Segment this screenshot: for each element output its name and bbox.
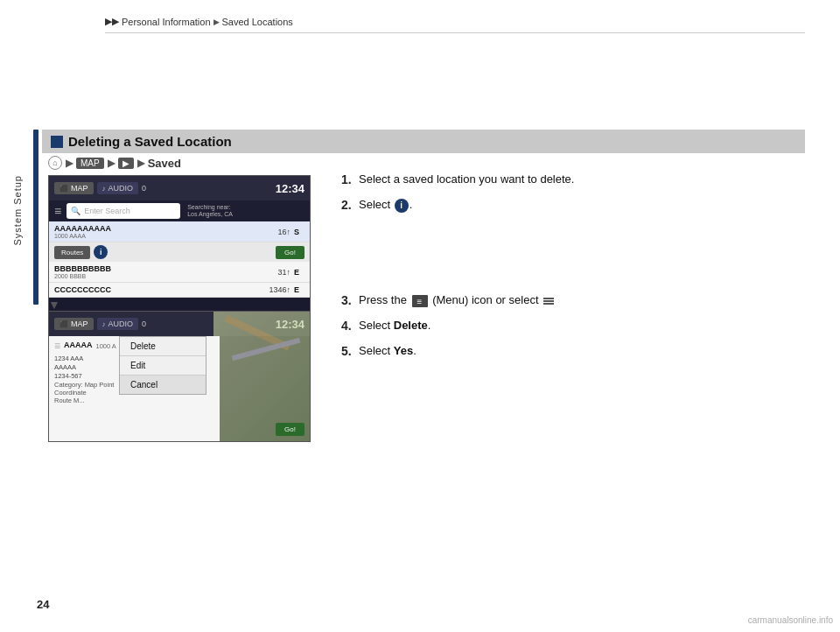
- map-road-2: [232, 338, 301, 362]
- screen1-tab-audio[interactable]: ♪ AUDIO: [97, 182, 139, 194]
- step-1: 1. Select a saved location you want to d…: [341, 171, 805, 189]
- nav-arrow3: ▶: [137, 158, 144, 169]
- section-icon: [51, 136, 63, 148]
- location-item-3[interactable]: CCCCCCCCCC 1346↑ E: [49, 283, 310, 298]
- breadcrumb-part2: Saved Locations: [222, 17, 293, 27]
- breadcrumb: ▶▶ Personal Information ▶ Saved Location…: [105, 16, 805, 33]
- step1-text: Select a saved location you want to dele…: [359, 171, 805, 189]
- loc2-sub: 2000 BBBB: [54, 273, 274, 279]
- sidebar-label: System Setup: [12, 175, 32, 245]
- watermark: carmanualsonline.info: [748, 615, 833, 625]
- loc2-name: BBBBBBBBBB: [54, 264, 274, 273]
- location-item-1[interactable]: AAAAAAAAAA 1000 AAAA 16↑ S: [49, 221, 310, 242]
- nav-menu-btn[interactable]: ▶: [118, 158, 134, 169]
- nav-home-icon: ⌂: [48, 156, 62, 170]
- loc1-sub: 1000 AAAA: [54, 233, 274, 239]
- step-4: 4. Select Delete.: [341, 317, 805, 335]
- scroll-down-arrow: ▼: [48, 298, 60, 312]
- s2-audio-tab-label: AUDIO: [108, 320, 134, 328]
- location-item-2[interactable]: BBBBBBBBBB 2000 BBBB 31↑ E: [49, 262, 310, 283]
- go-button[interactable]: Go!: [276, 246, 304, 259]
- map-tab-label: MAP: [71, 184, 88, 193]
- map-background: [214, 312, 310, 441]
- screen1-signal: 0: [142, 184, 146, 193]
- step2-text: Select i.: [359, 196, 805, 214]
- info-icon: i: [100, 248, 102, 256]
- screen1: ⬛ MAP ♪ AUDIO 0 12:34 ≡ 🔍 Enter Search S…: [48, 175, 311, 315]
- context-menu: Delete Edit Cancel: [119, 336, 206, 395]
- search-icon: 🔍: [71, 207, 80, 215]
- info-circle-button[interactable]: i: [94, 245, 108, 259]
- map-tab-icon: ⬛: [60, 185, 68, 193]
- search-location-line2: Los Angeles, CA: [187, 211, 233, 218]
- screen2: ⬛ MAP ♪ AUDIO 0 12:34 ≡ AAAAA 1000 A 123…: [48, 311, 311, 442]
- s2-map-tab-label: MAP: [71, 320, 88, 328]
- screen1-menu-icon[interactable]: ≡: [54, 204, 61, 218]
- section-header: Deleting a Saved Location: [42, 130, 805, 153]
- step5-num: 5.: [341, 342, 355, 361]
- s2-route-label: Route M...: [54, 397, 214, 404]
- breadcrumb-part1: Personal Information: [122, 17, 211, 27]
- s2-location-sub: 1000 A: [96, 342, 116, 350]
- loc3-dir: E: [294, 285, 304, 294]
- screen1-topbar: ⬛ MAP ♪ AUDIO 0 12:34: [49, 176, 310, 200]
- ctx-delete[interactable]: Delete: [120, 337, 206, 356]
- loc2-dist: 31↑: [277, 268, 290, 277]
- nav-path: ⌂ ▶ MAP ▶ ▶ ▶ Saved: [48, 156, 181, 170]
- nav-arrow1: ▶: [66, 158, 73, 169]
- step2-num: 2.: [341, 196, 355, 214]
- step3-menu-icon: [412, 295, 428, 307]
- loc1-dir: S: [294, 228, 304, 236]
- info-popup-row: Routes i Go!: [49, 242, 310, 262]
- screen2-signal: 0: [142, 320, 146, 328]
- breadcrumb-sep1: ▶: [214, 18, 220, 26]
- screen1-location-list: AAAAAAAAAA 1000 AAAA 16↑ S Routes i Go! …: [49, 221, 310, 298]
- step5-text: Select Yes.: [359, 342, 805, 361]
- step-3: 3. Press the (Menu) icon or select: [341, 291, 805, 310]
- step2-info-icon: i: [395, 199, 409, 213]
- ctx-edit[interactable]: Edit: [120, 356, 206, 376]
- s2-menu-icon[interactable]: ≡: [54, 340, 60, 352]
- step3-num: 3.: [341, 291, 355, 310]
- instructions-panel: 1. Select a saved location you want to d…: [341, 171, 805, 368]
- screen1-time: 12:34: [276, 182, 304, 195]
- search-location-line1: Searching near:: [187, 204, 233, 211]
- loc1-name: AAAAAAAAAA: [54, 224, 274, 233]
- loc2-dir: E: [294, 268, 304, 277]
- screen2-tab-audio[interactable]: ♪ AUDIO: [97, 318, 139, 330]
- screen1-search-bar[interactable]: 🔍 Enter Search: [66, 203, 180, 219]
- nav-map-btn[interactable]: MAP: [76, 158, 104, 169]
- screen1-menu-row: ≡ 🔍 Enter Search Searching near: Los Ang…: [49, 200, 310, 221]
- step4-text: Select Delete.: [359, 317, 805, 335]
- nav-saved-label: Saved: [148, 157, 181, 170]
- step3-menu-small-icon: [543, 298, 554, 305]
- step-5: 5. Select Yes.: [341, 342, 805, 361]
- audio-tab-label: AUDIO: [108, 184, 134, 193]
- step-spacer: [341, 221, 805, 291]
- step-2: 2. Select i.: [341, 196, 805, 214]
- search-placeholder: Enter Search: [84, 207, 130, 215]
- audio-tab-icon: ♪: [102, 185, 106, 193]
- routes-button[interactable]: Routes: [54, 246, 90, 259]
- step3-text: Press the (Menu) icon or select: [359, 291, 805, 310]
- step4-num: 4.: [341, 317, 355, 335]
- s2-audio-tab-icon: ♪: [102, 320, 106, 328]
- ctx-cancel[interactable]: Cancel: [120, 376, 206, 394]
- loc3-name: CCCCCCCCCC: [54, 285, 265, 294]
- breadcrumb-arrows: ▶▶: [105, 16, 119, 27]
- loc3-dist: 1346↑: [269, 285, 290, 294]
- loc1-dist: 16↑: [277, 228, 290, 236]
- s2-go-button[interactable]: Go!: [276, 423, 304, 436]
- page-number: 24: [37, 598, 49, 611]
- s2-map-tab-icon: ⬛: [60, 320, 68, 328]
- s2-location-name: AAAAA: [64, 341, 93, 349]
- nav-arrow2: ▶: [108, 158, 115, 169]
- search-location-info: Searching near: Los Angeles, CA: [187, 204, 233, 219]
- step1-num: 1.: [341, 171, 355, 189]
- section-title: Deleting a Saved Location: [68, 134, 232, 149]
- sidebar-bar: [33, 130, 38, 305]
- screen2-tab-map[interactable]: ⬛ MAP: [54, 318, 94, 330]
- screen1-tab-map[interactable]: ⬛ MAP: [54, 182, 94, 194]
